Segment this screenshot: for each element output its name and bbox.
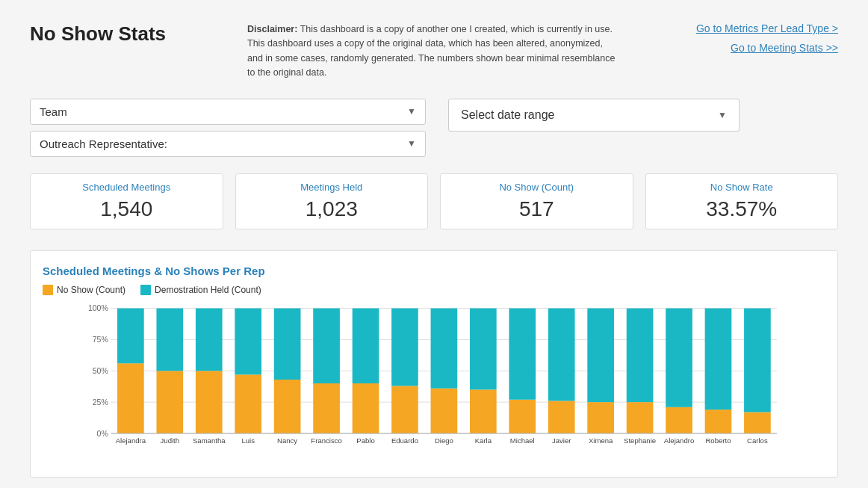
team-arrow: ▼	[407, 106, 416, 117]
svg-text:Karla: Karla	[475, 436, 492, 445]
svg-text:Pablo: Pablo	[356, 436, 374, 445]
metric-noshow-label: No Show (Count)	[453, 182, 621, 193]
date-label: Select date range	[461, 108, 554, 122]
nav-links: Go to Metrics Per Lead Type > Go to Meet…	[674, 22, 838, 54]
svg-text:Eduardo: Eduardo	[391, 436, 418, 445]
team-select[interactable]: Team ▼	[30, 99, 426, 125]
filters: Team ▼ Outreach Representative: ▼ Select…	[30, 99, 838, 157]
svg-rect-58	[744, 412, 771, 433]
metric-held: Meetings Held 1,023	[235, 173, 429, 229]
metric-rate-value: 33.57%	[658, 197, 826, 221]
svg-text:Alejandra: Alejandra	[116, 436, 146, 445]
disclaimer-label: Disclaimer:	[247, 24, 297, 34]
svg-rect-40	[509, 399, 536, 433]
svg-rect-38	[470, 308, 497, 389]
metric-held-value: 1,023	[248, 197, 416, 221]
header: No Show Stats Disclaimer: This dashboard…	[30, 22, 838, 81]
legend-noshow-color	[43, 285, 53, 295]
svg-rect-20	[235, 308, 261, 374]
disclaimer-text: This dashboard is a copy of another one …	[247, 24, 615, 78]
metric-noshow-value: 517	[453, 197, 621, 221]
metric-scheduled: Scheduled Meetings 1,540	[30, 173, 223, 229]
svg-rect-49	[627, 402, 654, 433]
svg-rect-19	[235, 374, 261, 433]
svg-rect-23	[274, 308, 301, 379]
svg-text:Luis: Luis	[241, 436, 255, 445]
bar-chart-container: 0%25%50%75%100%AlejandraJudithSamanthaLu…	[43, 301, 825, 468]
svg-rect-59	[744, 308, 771, 412]
svg-rect-16	[196, 371, 223, 433]
svg-text:Samantha: Samantha	[193, 436, 226, 445]
svg-text:Judith: Judith	[161, 436, 179, 445]
svg-rect-44	[548, 308, 575, 401]
date-range-select[interactable]: Select date range ▼	[448, 99, 740, 132]
disclaimer: Disclaimer: This dashboard is a copy of …	[247, 22, 621, 81]
chart-section: Scheduled Meetings & No Shows Per Rep No…	[30, 250, 838, 478]
svg-text:0%: 0%	[97, 428, 108, 437]
metrics-per-lead-link[interactable]: Go to Metrics Per Lead Type >	[696, 22, 838, 34]
svg-rect-11	[117, 308, 144, 363]
svg-rect-29	[353, 308, 379, 383]
metric-noshow-count: No Show (Count) 517	[440, 173, 633, 229]
legend-noshow-label: No Show (Count)	[57, 285, 125, 295]
metrics-row: Scheduled Meetings 1,540 Meetings Held 1…	[30, 173, 838, 229]
svg-rect-43	[548, 401, 575, 433]
rep-select[interactable]: Outreach Representative: ▼	[30, 131, 426, 157]
legend-held-color	[140, 285, 151, 295]
legend-held-label: Demostration Held (Count)	[155, 285, 261, 295]
svg-text:Francisco: Francisco	[311, 436, 341, 445]
svg-rect-52	[666, 407, 692, 433]
svg-text:50%: 50%	[93, 366, 108, 375]
svg-text:Alejandro: Alejandro	[664, 436, 694, 445]
svg-text:100%: 100%	[88, 303, 108, 312]
metric-rate-label: No Show Rate	[658, 182, 826, 193]
svg-text:Michael: Michael	[510, 436, 535, 445]
svg-rect-41	[509, 308, 536, 399]
svg-text:25%: 25%	[93, 397, 108, 406]
svg-rect-53	[666, 308, 692, 407]
team-label: Team	[40, 105, 67, 118]
svg-rect-50	[627, 308, 654, 402]
right-filters: Select date range ▼	[448, 99, 740, 132]
svg-rect-13	[156, 371, 183, 433]
svg-text:Stephanie: Stephanie	[624, 436, 656, 445]
chart-legend: No Show (Count) Demostration Held (Count…	[43, 285, 825, 295]
svg-rect-32	[391, 308, 418, 386]
svg-text:Carlos: Carlos	[747, 436, 768, 445]
svg-rect-28	[353, 383, 379, 433]
dashboard: No Show Stats Disclaimer: This dashboard…	[0, 0, 868, 488]
metric-held-label: Meetings Held	[248, 182, 416, 193]
svg-rect-47	[587, 308, 614, 402]
chart-title: Scheduled Meetings & No Shows Per Rep	[43, 265, 825, 277]
svg-rect-17	[196, 308, 223, 371]
legend-held: Demostration Held (Count)	[140, 285, 261, 295]
svg-rect-55	[705, 410, 732, 433]
svg-rect-26	[313, 308, 340, 383]
svg-text:Ximena: Ximena	[589, 436, 613, 445]
metric-noshow-rate: No Show Rate 33.57%	[645, 173, 839, 229]
svg-rect-34	[431, 388, 458, 433]
svg-text:Javier: Javier	[552, 436, 571, 445]
svg-text:Diego: Diego	[435, 436, 453, 445]
legend-noshow: No Show (Count)	[43, 285, 125, 295]
svg-rect-56	[705, 308, 732, 410]
page-title: No Show Stats	[30, 22, 194, 46]
metric-scheduled-label: Scheduled Meetings	[43, 182, 211, 193]
date-arrow: ▼	[718, 110, 727, 120]
meeting-stats-link[interactable]: Go to Meeting Stats >>	[731, 42, 838, 54]
bar-chart: 0%25%50%75%100%AlejandraJudithSamanthaLu…	[43, 301, 825, 466]
svg-rect-46	[587, 402, 614, 433]
svg-rect-14	[156, 308, 183, 371]
left-filters: Team ▼ Outreach Representative: ▼	[30, 99, 426, 157]
svg-rect-37	[470, 389, 497, 433]
svg-text:75%: 75%	[93, 335, 108, 344]
rep-arrow: ▼	[407, 138, 416, 149]
svg-text:Roberto: Roberto	[705, 436, 731, 445]
svg-rect-10	[117, 363, 144, 433]
svg-rect-25	[313, 383, 340, 433]
svg-text:Nancy: Nancy	[277, 436, 297, 445]
svg-rect-31	[391, 386, 418, 433]
metric-scheduled-value: 1,540	[43, 197, 211, 221]
rep-label: Outreach Representative:	[40, 138, 167, 150]
svg-rect-35	[431, 308, 458, 388]
